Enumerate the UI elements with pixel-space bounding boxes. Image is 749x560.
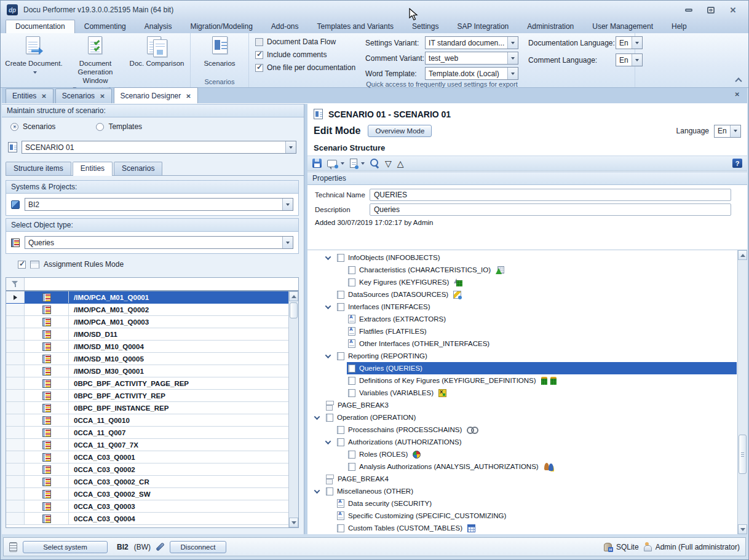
tree-item[interactable]: Key Figures (KEYFIGURES) <box>307 276 737 288</box>
assignment-rules-row[interactable]: Assignment Rules Mode <box>18 260 124 269</box>
entity-table-scrollbar[interactable] <box>288 291 298 527</box>
ribbon-tab[interactable]: Templates and Variants <box>308 20 403 33</box>
tree-item[interactable]: Roles (ROLES) <box>307 448 737 460</box>
entity-row[interactable]: 0CCA_C03_Q0002 <box>6 463 288 476</box>
add-document-button[interactable] <box>350 159 365 168</box>
tab-close-icon[interactable]: ✕ <box>100 93 105 100</box>
ribbon-big-button[interactable]: Create Document. <box>3 35 65 77</box>
entity-row[interactable]: 0BPC_BPF_ACTIVITY_PAGE_REP <box>6 377 288 390</box>
tree-checkbox[interactable] <box>326 414 333 422</box>
ribbon-tab[interactable]: Migration/Modeling <box>181 20 261 33</box>
expander-icon[interactable] <box>314 487 320 494</box>
entity-row[interactable]: 0CCA_C03_Q0002_CR <box>6 476 288 488</box>
expander-icon[interactable] <box>325 352 331 358</box>
tree-checkbox[interactable] <box>337 426 344 434</box>
expander-icon[interactable] <box>314 414 320 420</box>
system-dropdown[interactable]: BI2 <box>25 198 293 211</box>
language-dropdown[interactable]: En <box>616 53 643 66</box>
tree-item[interactable]: Operation (OPERATION) <box>307 411 737 424</box>
tree-item[interactable]: Definitions of Key Figures (KEYFIGURE_DE… <box>307 374 737 387</box>
ribbon-checkbox-row[interactable]: Include comments <box>255 50 355 59</box>
scrollbar-thumb[interactable] <box>739 435 747 474</box>
add-comment-button[interactable] <box>327 160 344 167</box>
dropdown-arrow-button[interactable] <box>507 68 518 79</box>
ribbon-tab[interactable]: User Management <box>583 20 662 33</box>
radio-option[interactable]: Templates <box>96 122 142 131</box>
ribbon-tab[interactable]: Administration <box>518 20 583 33</box>
left-panel-tab[interactable]: Structure items <box>6 162 71 175</box>
tree-item[interactable]: Characteristics (CHARACTERISTICS_IO) <box>307 264 737 276</box>
entity-row[interactable]: 0BPC_BPF_ACTIVITY_REP <box>6 390 288 402</box>
tree-checkbox[interactable] <box>348 365 355 373</box>
variant-dropdown[interactable]: Template.dotx (Local) <box>425 67 518 80</box>
tree-item[interactable]: InfoObjects (INFOOBJECTS) <box>307 251 737 264</box>
tree-checkbox[interactable] <box>348 266 355 274</box>
minimize-button[interactable] <box>683 5 694 15</box>
checkbox[interactable] <box>255 51 263 59</box>
radio-button[interactable] <box>10 123 18 131</box>
document-tab[interactable]: Entities ✕ <box>6 89 54 103</box>
dropdown-arrow-button[interactable] <box>632 54 642 66</box>
tree-item[interactable]: Specific Customizing (SPECIFIC_CUSTOMIZI… <box>307 510 737 522</box>
radio-option[interactable]: Scenarios <box>10 122 55 131</box>
entity-row[interactable]: /IMO/SD_D11 <box>6 328 288 341</box>
expander-icon[interactable] <box>325 254 331 260</box>
tree-item[interactable]: Analysis Authorizations (ANALYSIS_AUTHOR… <box>307 460 737 473</box>
tab-close-icon[interactable]: ✕ <box>41 93 46 100</box>
dropdown-arrow-button[interactable] <box>632 37 642 49</box>
tree-checkbox[interactable] <box>337 438 344 446</box>
tree-checkbox[interactable] <box>348 377 355 385</box>
collapse-ribbon-button[interactable] <box>735 77 741 82</box>
help-icon[interactable]: ? <box>732 159 742 168</box>
left-panel-tab[interactable]: Scenarios <box>114 162 162 175</box>
checkbox[interactable] <box>255 38 263 46</box>
document-tab[interactable]: Scenario Designer ✕ <box>114 87 198 103</box>
dropdown-arrow-button[interactable] <box>507 37 518 49</box>
tree-item[interactable]: Data security (SECURITY) <box>307 497 737 510</box>
tree-item[interactable]: Variables (VARIABLES) <box>307 387 737 399</box>
assignment-rules-checkbox[interactable] <box>18 261 26 269</box>
dropdown-arrow-button[interactable] <box>282 199 293 210</box>
dropdown-arrow-button[interactable] <box>507 52 518 64</box>
tree-checkbox[interactable] <box>337 524 344 532</box>
variant-dropdown[interactable]: test_web <box>425 52 518 65</box>
ribbon-checkbox-row[interactable]: Document Data Flow <box>255 37 355 46</box>
tree-item[interactable]: Flatfiles (FLATFILES) <box>307 325 737 337</box>
tree-item[interactable]: Queries (QUERIES) <box>307 362 737 374</box>
entity-row[interactable]: /IMO/SD_M10_Q0004 <box>6 341 288 353</box>
tree-checkbox[interactable] <box>337 254 344 262</box>
description-input[interactable] <box>370 203 731 216</box>
scroll-up-button[interactable] <box>289 291 298 301</box>
tab-close-icon[interactable]: ✕ <box>186 93 191 100</box>
ribbon-tab[interactable]: SAP Integration <box>448 20 518 33</box>
entity-row[interactable]: /IMO/PCA_M01_Q0002 <box>6 304 288 316</box>
entity-row[interactable]: 0CCA_C03_Q0003 <box>6 500 288 513</box>
overview-mode-button[interactable]: Overview Mode <box>368 125 432 137</box>
tree-item[interactable]: Reporting (REPORTING) <box>307 350 737 362</box>
tree-checkbox[interactable] <box>348 278 355 286</box>
entity-row[interactable]: 0CCA_11_Q007 <box>6 427 288 439</box>
entity-row[interactable]: /IMO/SD_M30_Q0001 <box>6 365 288 377</box>
close-button[interactable]: ✕ <box>727 5 739 15</box>
tree-checkbox[interactable] <box>337 352 344 360</box>
expander-icon[interactable] <box>325 303 331 309</box>
entity-row[interactable]: 0CCA_11_Q0010 <box>6 414 288 427</box>
left-panel-tab[interactable]: Entities <box>73 162 113 176</box>
ribbon-big-button[interactable]: Doc. Comparison <box>126 35 188 69</box>
tab-group-close-icon[interactable]: ✕ <box>735 91 740 98</box>
entity-row[interactable]: 0BPC_BPF_INSTANCE_REP <box>6 402 288 414</box>
tree-item[interactable]: Custom Tables (CUSTOM_TABLES) <box>307 522 737 534</box>
ribbon-tab[interactable]: Add-ons <box>262 20 308 33</box>
tree-item[interactable]: Other Interfaces (OTHER_INTERFACES) <box>307 337 737 350</box>
ribbon-big-button[interactable]: Scenarios <box>193 35 246 69</box>
ribbon-tab[interactable]: Commenting <box>75 20 135 33</box>
save-icon[interactable] <box>312 159 322 168</box>
tree-scrollbar[interactable] <box>737 250 747 534</box>
disconnect-button[interactable]: Disconnect <box>170 541 226 553</box>
maximize-button[interactable] <box>705 5 716 15</box>
scroll-down-button[interactable] <box>738 524 747 534</box>
expander-icon[interactable] <box>325 438 331 444</box>
entity-row[interactable]: 0CCA_11_Q007_7X <box>6 439 288 451</box>
entity-row[interactable]: 0CCA_C03_Q0004 <box>6 513 288 525</box>
entity-row[interactable]: /IMO/SD_M10_Q0005 <box>6 353 288 365</box>
